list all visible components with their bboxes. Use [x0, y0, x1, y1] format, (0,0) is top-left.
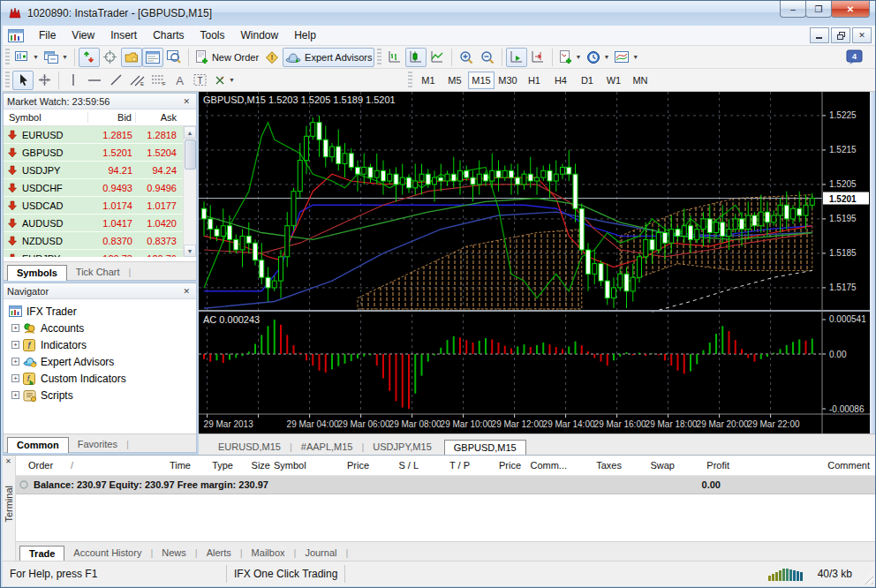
col-size[interactable]: Size: [235, 460, 272, 471]
toolbar-grip[interactable]: [5, 49, 10, 66]
column-symbol[interactable]: Symbol: [4, 112, 88, 123]
chart-tab-aapl[interactable]: #AAPL,M15: [292, 440, 362, 455]
symbol-row-usdcad[interactable]: USDCAD 1.01741.0177: [4, 197, 196, 215]
timeframe-mn-button[interactable]: MN: [627, 72, 653, 89]
horizontal-line-tool-button[interactable]: [84, 71, 105, 90]
candlestick-mode-button[interactable]: [405, 48, 427, 67]
terminal-toggle-button[interactable]: [142, 48, 163, 67]
new-order-button[interactable]: New Order: [193, 48, 261, 67]
symbol-row-audusd[interactable]: AUDUSD 1.04171.0420: [4, 215, 196, 232]
symbol-row-usdjpy[interactable]: USDJPY 94.2194.24: [4, 162, 196, 179]
timeframe-m5-button[interactable]: M5: [442, 72, 468, 89]
navigator-close-icon[interactable]: ✕: [180, 287, 193, 296]
market-watch-scrollbar[interactable]: ▲ ▼: [183, 126, 196, 257]
toolbar-grip[interactable]: [377, 49, 381, 66]
column-ask[interactable]: Ask: [136, 112, 180, 123]
one-click-trading-label[interactable]: IFX One Click Trading: [226, 565, 345, 583]
symbol-row-eurjpy[interactable]: EURJPY 120.73120.76: [4, 250, 196, 257]
expand-icon[interactable]: +: [11, 391, 19, 399]
tree-root-ifx-trader[interactable]: IFX Trader: [9, 303, 196, 320]
chart-window[interactable]: 1.52251.52151.52051.51951.51851.51751.52…: [199, 92, 870, 433]
text-label-tool-button[interactable]: T: [190, 71, 211, 90]
alert-icon[interactable]: !: [261, 48, 283, 67]
col-time[interactable]: Time: [87, 460, 193, 471]
text-tool-button[interactable]: A: [169, 71, 190, 90]
menu-window[interactable]: Window: [233, 26, 287, 44]
templates-button[interactable]: ▼: [612, 48, 641, 67]
data-window-button[interactable]: [100, 48, 121, 67]
col-tp[interactable]: T / P: [420, 460, 472, 471]
mdi-minimize-button[interactable]: [810, 27, 829, 43]
col-profit[interactable]: Profit: [676, 460, 731, 471]
close-button[interactable]: ✕: [831, 1, 870, 18]
bar-chart-mode-button[interactable]: [384, 48, 405, 67]
market-watch-toggle-button[interactable]: [79, 48, 100, 67]
tree-item-accounts[interactable]: + Accounts: [9, 320, 196, 336]
menu-charts[interactable]: Charts: [145, 26, 192, 44]
market-watch-close-icon[interactable]: ✕: [180, 97, 193, 106]
chart-tab-usdjpy[interactable]: USDJPY,M15: [364, 440, 440, 455]
expand-icon[interactable]: +: [11, 341, 19, 349]
expert-advisors-button[interactable]: Expert Advisors: [283, 48, 374, 67]
tab-journal[interactable]: Journal: [296, 546, 345, 561]
balance-row[interactable]: Balance: 230.97 Equity: 230.97 Free marg…: [16, 476, 875, 494]
tree-item-expert-advisors[interactable]: + Expert Advisors: [9, 353, 196, 370]
mdi-restore-button[interactable]: [831, 27, 850, 43]
col-sl[interactable]: S / L: [371, 460, 420, 471]
menu-insert[interactable]: Insert: [102, 26, 145, 44]
minimize-button[interactable]: –: [780, 1, 806, 18]
tab-trade[interactable]: Trade: [19, 546, 64, 562]
symbol-row-nzdusd[interactable]: NZDUSD 0.83700.8373: [4, 232, 196, 250]
strategy-tester-button[interactable]: [163, 48, 185, 67]
arrows-tool-button[interactable]: ▼: [211, 71, 238, 90]
menu-file[interactable]: File: [31, 26, 64, 44]
scroll-down-icon[interactable]: ▼: [184, 245, 196, 257]
timeframe-m15-button[interactable]: M15: [468, 72, 495, 89]
zoom-out-button[interactable]: [477, 48, 498, 67]
fibonacci-tool-button[interactable]: F: [147, 71, 169, 90]
trendline-tool-button[interactable]: [105, 71, 126, 90]
channel-tool-button[interactable]: E: [126, 71, 147, 90]
crosshair-tool-button[interactable]: [34, 71, 55, 90]
col-comment[interactable]: Comment: [731, 460, 875, 471]
profiles-button[interactable]: ▼: [42, 48, 71, 67]
timeframe-m30-button[interactable]: M30: [495, 72, 521, 89]
toolbar-grip[interactable]: [408, 72, 412, 89]
timeframe-w1-button[interactable]: W1: [600, 72, 627, 89]
col-commission[interactable]: Comm...: [523, 460, 569, 471]
tree-item-indicators[interactable]: + f Indicators: [9, 336, 196, 353]
auto-scroll-button[interactable]: [506, 48, 527, 67]
timeframe-m1-button[interactable]: M1: [415, 72, 442, 89]
col-type[interactable]: Type: [193, 460, 235, 471]
tab-account-history[interactable]: Account History: [64, 546, 150, 561]
vertical-line-tool-button[interactable]: [63, 71, 84, 90]
timeframe-h1-button[interactable]: H1: [521, 72, 548, 89]
restore-button[interactable]: ❐: [805, 1, 832, 18]
tree-item-custom-indicators[interactable]: + f Custom Indicators: [9, 370, 196, 387]
menu-view[interactable]: View: [64, 26, 102, 44]
col-price-current[interactable]: Price: [472, 460, 523, 471]
symbol-row-gbpusd[interactable]: GBPUSD 1.52011.5204: [4, 144, 196, 162]
terminal-close-icon[interactable]: ✕: [5, 457, 11, 465]
chart-tab-eurusd[interactable]: EURUSD,M15: [209, 440, 290, 455]
toolbar-grip[interactable]: [5, 72, 10, 89]
chart-tab-gbpusd[interactable]: GBPUSD,M15: [444, 440, 526, 456]
zoom-in-button[interactable]: [456, 48, 477, 67]
chart-vertical-scrollbar[interactable]: [870, 92, 875, 433]
mdi-close-button[interactable]: ✕: [852, 27, 872, 43]
tab-alerts[interactable]: Alerts: [198, 546, 240, 561]
chart-shift-button[interactable]: [527, 48, 548, 67]
scroll-up-icon[interactable]: ▲: [184, 126, 196, 139]
tab-favorites[interactable]: Favorites: [69, 437, 126, 452]
column-bid[interactable]: Bid: [88, 112, 136, 123]
tab-news[interactable]: News: [153, 546, 195, 561]
expand-icon[interactable]: +: [11, 374, 19, 382]
col-price-open[interactable]: Price: [321, 460, 371, 471]
timeframe-d1-button[interactable]: D1: [574, 72, 600, 89]
tab-mailbox[interactable]: Mailbox: [243, 546, 294, 561]
indicators-button[interactable]: ▼: [556, 48, 584, 67]
menu-tools[interactable]: Tools: [193, 26, 233, 44]
periods-button[interactable]: ▼: [584, 48, 612, 67]
tab-tick-chart[interactable]: Tick Chart: [67, 265, 129, 280]
tab-symbols[interactable]: Symbols: [7, 265, 67, 281]
